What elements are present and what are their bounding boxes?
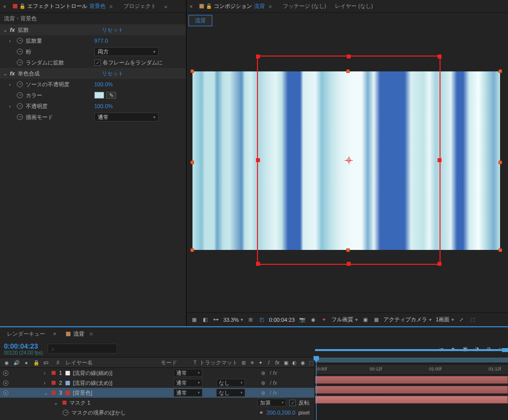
stopwatch-icon[interactable] — [17, 49, 23, 55]
blend-mode-dropdown[interactable]: 通常▾ — [174, 379, 202, 387]
mask-handle[interactable] — [256, 262, 260, 266]
eye-icon[interactable] — [3, 390, 8, 396]
layer-bar[interactable] — [315, 376, 508, 384]
mask-color-icon[interactable] — [63, 401, 66, 405]
switches-icon[interactable]: fx — [274, 359, 281, 366]
tab-composition[interactable]: 🔓 コンポジション 流背 ≡ — [195, 0, 277, 13]
layer-row[interactable]: › 1 [流背の線(細め)] 通常▾ ⊕/fx — [0, 368, 315, 378]
tab-footage[interactable]: フッテージ (なし) — [279, 0, 330, 13]
tab-render-queue[interactable]: レンダーキュー — [3, 327, 49, 340]
eye-icon[interactable] — [3, 370, 8, 376]
stopwatch-icon[interactable] — [63, 410, 68, 416]
blend-mode-dropdown[interactable]: 通常▾ — [174, 389, 202, 397]
tab-comp-timeline[interactable]: 流背 ≡ — [62, 327, 98, 340]
value-number[interactable]: 977.0 — [94, 38, 108, 44]
trackmatte-dropdown[interactable]: なし▾ — [216, 389, 245, 397]
checkbox-random[interactable]: ✓ — [94, 60, 101, 66]
link-icon[interactable]: ⚭ — [259, 410, 263, 416]
eye-icon[interactable] — [3, 380, 8, 386]
panel-menu-icon[interactable]: ≡ — [87, 331, 94, 337]
eyedropper-icon[interactable]: ✎ — [106, 92, 116, 99]
panel-menu-icon[interactable]: ≡ — [267, 3, 274, 9]
switches-icon[interactable]: ⊞ — [240, 359, 247, 366]
stopwatch-icon[interactable] — [17, 92, 23, 98]
dropdown-blendmode[interactable]: 通常▾ — [94, 113, 159, 121]
lock-column-icon[interactable]: 🔒 — [33, 359, 40, 366]
layer-bar[interactable] — [315, 386, 508, 394]
time-ruler[interactable]: 0:00f 00:12f 01:00f 01:12f — [315, 364, 508, 375]
switches-icon[interactable]: / — [265, 359, 272, 366]
transparency-icon[interactable]: ▦ — [373, 316, 380, 323]
mask-handle[interactable] — [347, 55, 351, 59]
switches-icon[interactable]: ⬚ — [308, 359, 315, 366]
mask-handle[interactable] — [347, 262, 351, 266]
label-color-icon[interactable] — [52, 391, 56, 395]
view-options-icon[interactable]: ▣ — [362, 316, 369, 323]
reset-link[interactable]: リセット — [102, 26, 186, 34]
mask-row[interactable]: ⌄ マスク 1 加算▾ ✓ 反転 — [0, 398, 315, 408]
color-swatch[interactable] — [94, 92, 104, 99]
label-color-icon[interactable] — [52, 371, 56, 375]
region-icon[interactable]: ◰ — [258, 316, 265, 323]
mask-mode-dropdown[interactable]: 加算▾ — [257, 399, 286, 407]
share-view-icon[interactable]: ⤢ — [458, 316, 465, 323]
twisty-icon[interactable]: ⌄ — [3, 27, 9, 33]
label-column-icon[interactable]: 🏷 — [43, 359, 50, 366]
label-color-icon[interactable] — [52, 381, 56, 385]
mask-invert-checkbox[interactable]: ✓ — [289, 400, 296, 406]
switches-icon[interactable]: ✦ — [257, 359, 264, 366]
tab-effect-controls[interactable]: 🔓 エフェクトコントロール 背景色 ≡ — [9, 0, 118, 13]
close-icon[interactable]: × — [53, 331, 58, 337]
trackmatte-dropdown[interactable]: なし▾ — [216, 379, 245, 387]
eye-column-icon[interactable]: ◉ — [3, 359, 10, 366]
timeline-tracks[interactable]: 0:00f 00:12f 01:00f 01:12f — [315, 357, 508, 420]
mask-handle[interactable] — [256, 55, 260, 59]
layer-name[interactable]: [背景色] — [73, 389, 92, 397]
stopwatch-icon[interactable] — [17, 60, 23, 65]
mask-handle[interactable] — [256, 158, 260, 162]
value-number[interactable]: 200.0,200.0 — [266, 410, 295, 416]
composition-viewer[interactable]: 流背 — [187, 13, 508, 312]
twisty-icon[interactable]: › — [9, 38, 14, 44]
tab-project[interactable]: プロジェクト — [120, 0, 160, 13]
mask-toggle-icon[interactable]: 👓 — [212, 316, 219, 323]
switches-icon[interactable]: ◐ — [291, 359, 298, 366]
show-snapshot-icon[interactable]: ◉ — [310, 316, 317, 323]
close-icon[interactable]: × — [190, 3, 194, 9]
switches-icon[interactable]: ☀ — [249, 359, 255, 366]
twisty-icon[interactable]: › — [9, 103, 14, 109]
comp-subtab[interactable]: 流背 — [189, 15, 212, 26]
tab-layer[interactable]: レイヤー (なし) — [331, 0, 377, 13]
value-number[interactable]: 100.0% — [94, 81, 113, 87]
lock-icon[interactable]: 🔓 — [206, 3, 212, 9]
switches-icon[interactable]: ◉ — [299, 359, 306, 366]
col-t[interactable]: T — [193, 360, 200, 365]
fx-icon[interactable]: fx — [9, 27, 16, 33]
twisty-icon[interactable]: ⌄ — [54, 400, 60, 406]
effect-header-fill[interactable]: ⌄ fx 単色合成 リセット — [0, 68, 186, 79]
audio-column-icon[interactable]: 🔊 — [13, 359, 20, 366]
snapshot-icon[interactable]: 📷 — [299, 316, 306, 323]
grid-icon[interactable]: ▦ — [190, 316, 197, 323]
fx-icon[interactable]: fx — [9, 70, 16, 76]
mask-handle[interactable] — [438, 55, 442, 59]
stopwatch-icon[interactable] — [17, 81, 23, 87]
zoom-dropdown[interactable]: 33.3%▾ — [223, 317, 243, 323]
anchor-point-icon[interactable] — [345, 156, 353, 164]
col-mode[interactable]: モード — [161, 359, 193, 366]
solo-column-icon[interactable]: ● — [23, 359, 30, 366]
playhead[interactable] — [316, 357, 317, 420]
twisty-icon[interactable]: › — [44, 370, 50, 376]
blend-mode-dropdown[interactable]: 通常▾ — [174, 369, 202, 377]
layer-name[interactable]: [流背の線(細め)] — [73, 369, 112, 377]
mask-bounds[interactable] — [257, 56, 441, 265]
mask-handle[interactable] — [438, 158, 442, 162]
col-layer-name[interactable]: レイヤー名 — [63, 359, 161, 366]
work-area-end-handle[interactable] — [502, 348, 508, 352]
twisty-icon[interactable]: › — [9, 81, 14, 87]
overflow-icon[interactable]: » — [161, 3, 170, 9]
layer-row[interactable]: › 2 [流背の線(太め)] 通常▾ なし▾ ⊕/fx — [0, 378, 315, 388]
stopwatch-icon[interactable] — [17, 114, 23, 120]
layer-row[interactable]: ⌄ 3 [背景色] 通常▾ なし▾ ⊕/fx — [0, 388, 315, 398]
3d-icon[interactable]: ⬚ — [469, 316, 476, 323]
